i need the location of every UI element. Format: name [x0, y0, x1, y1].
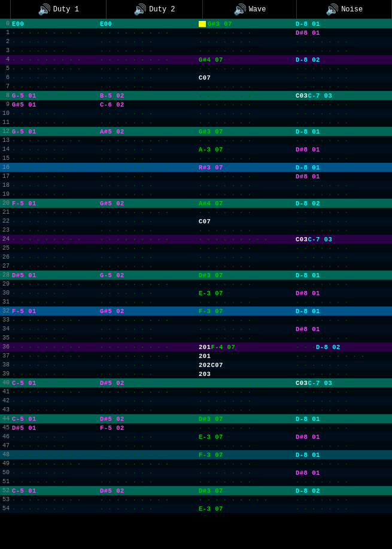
table-row[interactable]: 10· · · · · · ·· · · · · · ·· · · · · · …	[0, 109, 392, 118]
table-row[interactable]: 28D#5 01G-5 02D#3 07D-8 01	[0, 271, 392, 280]
noise-cell: D-8 02	[294, 55, 392, 64]
duty2-header: 🔊 Duty 2	[107, 0, 203, 19]
noise-cell: D-8 02	[294, 199, 392, 208]
table-row[interactable]: 3· · · · · · ·· · · · · · ·· · · · · · ·…	[0, 46, 392, 55]
table-row[interactable]: 18· · · · · · ·· · · · · · ·· · · · · · …	[0, 181, 392, 190]
table-row[interactable]: 13· · · · · · · · ·· · · · · · · · ·· · …	[0, 136, 392, 145]
duty1-cell: F-5 01	[11, 199, 99, 208]
table-row[interactable]: 27· · · · · · ·· · · · · · ·· · · · · · …	[0, 262, 392, 271]
duty1-cell: E00	[11, 19, 99, 28]
table-row[interactable]: 35· · · · · · ·· · · · · · ·· · · · · · …	[0, 333, 392, 342]
table-row[interactable]: 54· · · · · · ·· · · · · · ·E-3 07· · · …	[0, 504, 392, 513]
row-number: 51	[0, 478, 11, 485]
wave-cell: · · · · · · ·	[197, 477, 294, 486]
table-row[interactable]: 19· · · · · · ·· · · · · · ·· · · · · · …	[0, 190, 392, 199]
table-row[interactable]: 1· · · · · · · · ·· · · · · · · · ·· · ·…	[0, 28, 392, 37]
table-row[interactable]: 15· · · · · · ·· · · · · · ·· · · · · · …	[0, 154, 392, 163]
row-number: 21	[0, 209, 11, 216]
table-row[interactable]: 26· · · · · · ·· · · · · · ·· · · · · · …	[0, 253, 392, 262]
table-row[interactable]: 21· · · · · · · · ·· · · · · · · · ·· · …	[0, 208, 392, 217]
table-row[interactable]: 33· · · · · · · · ·· · · · · · · · ·· · …	[0, 316, 392, 324]
duty1-cell: · · · · · · · · ·	[11, 235, 99, 244]
wave-cell: E-3 07	[197, 504, 294, 513]
table-row[interactable]: 31· · · · · · ·· · · · · · ·· · · · · · …	[0, 298, 392, 307]
table-row[interactable]: 6· · · · · · ·· · · · · · ·C07· · · · · …	[0, 73, 392, 82]
table-row[interactable]: 38· · · · · · ·· · · · · · ·202 C07· · ·…	[0, 360, 392, 369]
wave-cell: A#4 07	[197, 199, 294, 208]
duty2-cell: · · · · · · ·	[99, 324, 197, 333]
table-row[interactable]: 30· · · · · · ·· · · · · · ·E-3 07D#8 01	[0, 289, 392, 298]
table-row[interactable]: 12G-5 01A#5 02G#3 07D-8 01	[0, 127, 392, 136]
duty2-cell: · · · · · · · · ·	[99, 208, 197, 217]
row-number: 26	[0, 254, 11, 260]
noise-cell: C03 C-7 03	[294, 235, 392, 244]
table-row[interactable]: 37· · · · · · · · ·· · · · · · · · ·201·…	[0, 351, 392, 360]
table-row[interactable]: 11· · · · · · ·· · · · · · ·· · · · · · …	[0, 118, 392, 127]
table-row[interactable]: 49· · · · · · · · ·· · · · · · · · ·· · …	[0, 459, 392, 468]
duty1-cell: G-5 01	[11, 91, 99, 100]
noise-cell: · · · · · · ·	[294, 46, 392, 55]
row-number: 42	[0, 398, 11, 404]
table-row[interactable]: 47· · · · · · ·· · · · · · ·· · · · · · …	[0, 441, 392, 450]
duty1-cell: · · · · · · ·	[11, 190, 99, 199]
table-row[interactable]: 48· · · · · · · · ·· · · · · · · · ·F-3 …	[0, 450, 392, 459]
table-row[interactable]: 17· · · · · · ·· · · · · · ·· · · · · · …	[0, 172, 392, 181]
table-row[interactable]: 24· · · · · · · · ·· · · · · · · · ·· · …	[0, 235, 392, 244]
table-row[interactable]: 42· · · · · · ·· · · · · · ·· · · · · · …	[0, 396, 392, 405]
duty1-cell: · · · · · · · · ·	[11, 208, 99, 217]
row-number: 40	[0, 380, 11, 386]
duty1-cell: C-5 01	[11, 486, 99, 495]
duty2-cell: C-6 02	[99, 100, 197, 109]
table-row[interactable]: 0E00E00G#3 07D-8 01	[0, 19, 392, 28]
noise-header: 🔊 Noise	[297, 0, 392, 19]
duty2-cell: · · · · · · · · ·	[99, 28, 197, 37]
table-row[interactable]: 14· · · · · · ·· · · · · · ·A-3 07D#8 01	[0, 145, 392, 154]
table-row[interactable]: 44C-5 01D#5 02D#3 07D-8 01	[0, 414, 392, 423]
table-row[interactable]: 40C-5 01D#5 02· · · · · · · · ·C03 C-7 0…	[0, 378, 392, 387]
table-row[interactable]: 8G-5 01B-5 02· · · · · · ·C03 C-7 03	[0, 91, 392, 100]
table-row[interactable]: 25· · · · · · ·· · · · · · ·· · · · · · …	[0, 244, 392, 253]
table-row[interactable]: 22· · · · · · ·· · · · · · ·C07· · · · ·…	[0, 217, 392, 226]
table-row[interactable]: 29· · · · · · · · ·· · · · · · · · ·· · …	[0, 280, 392, 289]
table-row[interactable]: 7· · · · · · ·· · · · · · ·· · · · · · ·…	[0, 82, 392, 91]
table-row[interactable]: 32F-5 01G#5 02F-3 07D-8 01	[0, 307, 392, 316]
table-row[interactable]: 45D#5 01F-5 02· · · · · · ·· · · · · · ·	[0, 423, 392, 432]
table-row[interactable]: 52C-5 01D#5 02D#3 07D-8 02	[0, 486, 392, 495]
table-row[interactable]: 53· · · · · · · · ·· · · · · · · · ·· · …	[0, 495, 392, 504]
duty1-cell: · · · · · · · · ·	[11, 387, 99, 396]
duty1-cell: · · · · · · ·	[11, 262, 99, 271]
table-row[interactable]: 23· · · · · · ·· · · · · · ·· · · · · · …	[0, 226, 392, 235]
table-row[interactable]: 20F-5 01G#5 02A#4 07D-8 02	[0, 199, 392, 208]
table-row[interactable]: 36· · · · · · · · ·· · · · · · · · ·201 …	[0, 342, 392, 351]
noise-cell: D#8 01	[294, 324, 392, 333]
duty2-cell: · · · · · · ·	[99, 333, 197, 342]
row-number: 44	[0, 415, 11, 422]
table-row[interactable]: 43· · · · · · ·· · · · · · ·· · · · · · …	[0, 405, 392, 414]
table-row[interactable]: 51· · · · · · ·· · · · · · ·· · · · · · …	[0, 477, 392, 486]
table-row[interactable]: 16· · · · · · · · ·· · · · · · · · ·R#3 …	[0, 163, 392, 172]
table-row[interactable]: 4· · · · · · · · ·· · · · · · · · ·G#4 0…	[0, 55, 392, 64]
row-number: 25	[0, 245, 11, 251]
table-row[interactable]: 5· · · · · · · · ·· · · · · · · · ·· · ·…	[0, 64, 392, 73]
duty2-cell: · · · · · · ·	[99, 477, 197, 486]
duty1-cell: · · · · · · ·	[11, 477, 99, 486]
duty1-cell: · · · · · · ·	[11, 46, 99, 55]
table-row[interactable]: 46· · · · · · ·· · · · · · ·E-3 07D#8 01	[0, 432, 392, 441]
noise-cell: · · · · · · ·	[294, 217, 392, 226]
table-row[interactable]: 34· · · · · · ·· · · · · · ·· · · · · · …	[0, 324, 392, 333]
duty2-cell: D#5 02	[99, 486, 197, 495]
duty2-cell: · · · · · · ·	[99, 73, 197, 82]
noise-cell: D#8 01	[294, 432, 392, 441]
noise-cell: D#8 01	[294, 145, 392, 154]
duty2-cell: · · · · · · · · ·	[99, 136, 197, 145]
table-row[interactable]: 50· · · · · · ·· · · · · · ·· · · · · · …	[0, 468, 392, 477]
noise-cell: C03 C-7 03	[294, 378, 392, 387]
row-number: 48	[0, 451, 11, 458]
table-row[interactable]: 2· · · · · · ·· · · · · · ·· · · · · · ·…	[0, 37, 392, 46]
duty2-cell: · · · · · · ·	[99, 109, 197, 118]
row-number: 1	[0, 29, 11, 36]
table-row[interactable]: 41· · · · · · · · ·· · · · · · · · ·· · …	[0, 387, 392, 396]
table-row[interactable]: 39· · · · · · ·· · · · · · ·203· · · · ·…	[0, 369, 392, 378]
duty1-cell: · · · · · · · · ·	[11, 136, 99, 145]
table-row[interactable]: 9G#5 01C-6 02· · · · · · ·· · · · · · ·	[0, 100, 392, 109]
